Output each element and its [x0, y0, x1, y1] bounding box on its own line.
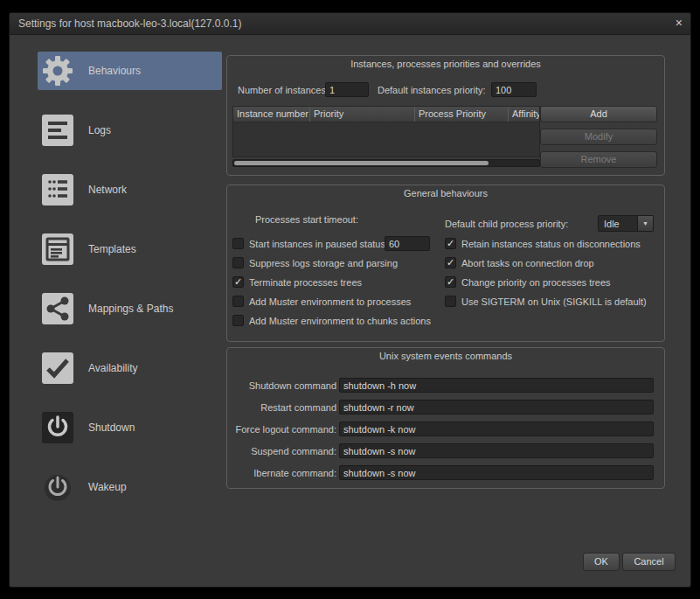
sidebar-item-label: Wakeup — [88, 481, 127, 493]
force-logout-command-label: Force logout command: — [227, 424, 336, 435]
checkbox-label: Abort tasks on connection drop — [461, 258, 594, 268]
checkbox-box[interactable]: ✓ — [445, 238, 456, 249]
instances-table-header: Instance number Priority Process Priorit… — [233, 107, 539, 122]
default-priority-input[interactable] — [491, 82, 537, 97]
share-icon — [39, 290, 76, 327]
settings-dialog: Settings for host macbook-leo-3.local(12… — [9, 12, 691, 588]
sidebar-item-label: Network — [88, 184, 127, 196]
sidebar-item-network[interactable]: Network — [38, 171, 222, 209]
sidebar-item-label: Mappings & Paths — [88, 303, 173, 315]
unix-group-title: Unix system events commands — [227, 351, 664, 361]
checkbox-muster-env-chunks[interactable]: Add Muster environment to chunks actions — [232, 315, 431, 326]
checkbox-label: Retain instances status on disconnection… — [461, 239, 641, 249]
logs-icon — [39, 112, 76, 149]
child-priority-value: Idle — [599, 216, 637, 231]
checkbox-box[interactable]: ✓ — [445, 276, 456, 288]
checkbox-label: Change priority on processes trees — [461, 277, 611, 288]
instances-table-body[interactable] — [233, 122, 539, 158]
column-header-affinity[interactable]: Affinity r — [509, 107, 539, 122]
checkbox-label: Suppress logs storage and parsing — [249, 258, 398, 268]
sidebar-item-label: Availability — [88, 362, 137, 374]
wakeup-power-icon — [39, 469, 76, 505]
sidebar-item-label: Shutdown — [88, 421, 135, 434]
power-icon — [39, 409, 76, 446]
checkbox-terminate-trees[interactable]: ✓ Terminate processes trees — [232, 276, 362, 288]
checkbox-box[interactable] — [232, 315, 244, 326]
window-title: Settings for host macbook-leo-3.local(12… — [18, 17, 241, 30]
number-of-instances-label: Number of instances: — [238, 85, 329, 95]
checkbox-label: Terminate processes trees — [249, 277, 362, 288]
ibernate-command-input[interactable] — [339, 465, 654, 480]
add-button[interactable]: Add — [540, 106, 657, 122]
sidebar-item-availability[interactable]: Availability — [38, 349, 222, 387]
sidebar-item-logs[interactable]: Logs — [38, 111, 222, 150]
default-priority-label: Default instances priority: — [378, 85, 486, 95]
checkbox-label: Add Muster environment to processes — [249, 296, 411, 307]
chevron-down-icon[interactable]: ▼ — [637, 216, 653, 231]
unix-commands-group: Unix system events commands Shutdown com… — [226, 347, 665, 489]
ok-button[interactable]: OK — [583, 553, 620, 571]
checkbox-muster-env-processes[interactable]: Add Muster environment to processes — [232, 296, 411, 307]
ibernate-command-label: Ibernate command: — [227, 468, 336, 478]
network-icon — [39, 171, 76, 208]
checkbox-box[interactable] — [445, 296, 456, 307]
timeout-input[interactable] — [385, 236, 430, 251]
number-of-instances-input[interactable] — [325, 82, 369, 97]
sidebar-item-behaviours[interactable]: Behaviours — [38, 52, 222, 90]
checkbox-box[interactable]: ✓ — [445, 257, 456, 268]
column-header-instance-number[interactable]: Instance number — [233, 107, 310, 122]
column-header-priority[interactable]: Priority — [310, 107, 415, 122]
checkbox-start-paused[interactable]: Start instances in paused status — [232, 238, 385, 249]
checkbox-abort-tasks[interactable]: ✓ Abort tasks on connection drop — [445, 257, 594, 268]
sidebar-item-mappings-paths[interactable]: Mappings & Paths — [38, 289, 222, 328]
check-icon — [39, 350, 76, 387]
gear-icon — [39, 52, 76, 89]
close-icon[interactable]: × — [676, 16, 683, 30]
sidebar-item-label: Templates — [88, 243, 136, 255]
checkbox-change-priority[interactable]: ✓ Change priority on processes trees — [445, 276, 611, 288]
instances-table[interactable]: Instance number Priority Process Priorit… — [232, 106, 540, 157]
checkbox-use-sigterm[interactable]: Use SIGTERM on Unix (SIGKILL is default) — [445, 296, 647, 307]
checkbox-label: Add Muster environment to chunks actions — [249, 316, 431, 326]
instances-group: Instances, processes priorities and over… — [226, 55, 665, 176]
general-group-title: General behaviours — [227, 188, 664, 199]
restart-command-label: Restart command — [227, 402, 336, 413]
suspend-command-input[interactable] — [339, 443, 654, 458]
general-behaviours-group: General behaviours Processes start timeo… — [226, 185, 665, 342]
sidebar-item-shutdown[interactable]: Shutdown — [38, 408, 222, 447]
horizontal-scrollbar[interactable] — [232, 159, 540, 167]
titlebar[interactable]: Settings for host macbook-leo-3.local(12… — [10, 13, 690, 35]
force-logout-command-input[interactable] — [339, 421, 654, 436]
child-priority-dropdown[interactable]: Idle ▼ — [598, 215, 654, 232]
default-child-priority-label: Default child process priority: — [445, 219, 568, 229]
remove-button[interactable]: Remove — [540, 151, 657, 168]
instances-group-title: Instances, processes priorities and over… — [227, 59, 664, 69]
sidebar-item-label: Logs — [88, 124, 111, 136]
column-header-process-priority[interactable]: Process Priority — [415, 107, 509, 122]
templates-icon — [39, 231, 76, 268]
cancel-button[interactable]: Cancel — [622, 553, 676, 571]
processes-start-timeout-label: Processes start timeout: — [255, 214, 358, 225]
shutdown-command-input[interactable] — [339, 378, 654, 393]
checkbox-box[interactable] — [232, 238, 244, 249]
sidebar-item-label: Behaviours — [88, 65, 141, 77]
checkbox-box[interactable]: ✓ — [232, 276, 244, 288]
scrollbar-thumb[interactable] — [234, 161, 489, 165]
checkbox-label: Use SIGTERM on Unix (SIGKILL is default) — [461, 296, 647, 307]
checkbox-retain-status[interactable]: ✓ Retain instances status on disconnecti… — [445, 238, 641, 249]
sidebar-item-wakeup[interactable]: Wakeup — [38, 468, 222, 506]
shutdown-command-label: Shutdown command — [227, 380, 336, 391]
suspend-command-label: Suspend command: — [227, 446, 336, 456]
checkbox-box[interactable] — [232, 296, 244, 307]
checkbox-box[interactable] — [232, 257, 244, 268]
checkbox-suppress-logs[interactable]: Suppress logs storage and parsing — [232, 257, 398, 268]
sidebar-item-templates[interactable]: Templates — [38, 230, 222, 268]
checkbox-label: Start instances in paused status — [249, 239, 385, 249]
restart-command-input[interactable] — [339, 400, 654, 414]
desktop-background: Settings for host macbook-leo-3.local(12… — [0, 0, 700, 599]
modify-button[interactable]: Modify — [540, 129, 657, 145]
